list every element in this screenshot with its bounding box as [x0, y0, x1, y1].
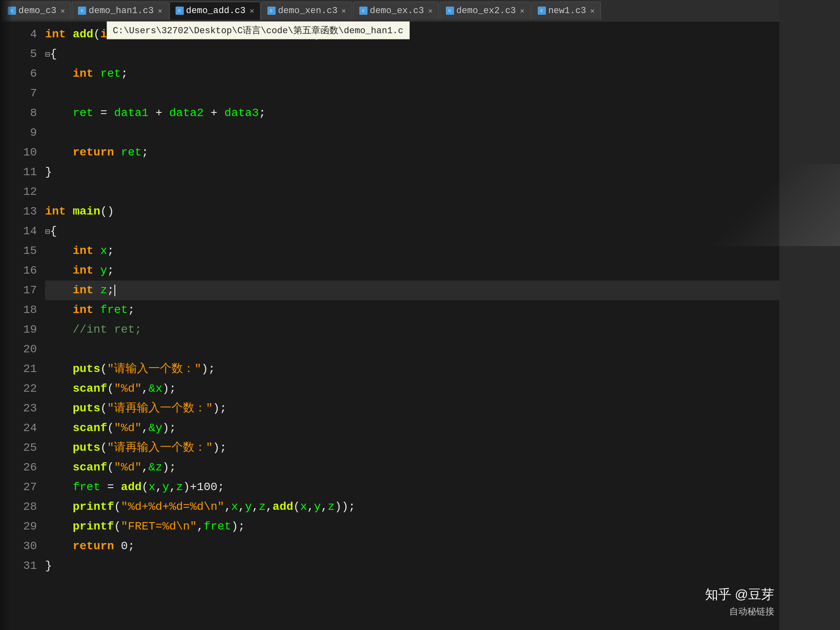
line-num-6: 6: [4, 64, 37, 84]
code-area: 4 5 6 7 8 9 10 11 12 13 14 15 16 17 18 1…: [0, 21, 779, 630]
line-num-28: 28: [4, 497, 37, 517]
line-num-23: 23: [4, 399, 37, 418]
line-num-30: 30: [4, 536, 37, 556]
code-line-7: [45, 84, 779, 103]
tab-demo-ex[interactable]: c demo_ex.c3 ✕: [353, 2, 439, 20]
line-num-18: 18: [4, 300, 37, 320]
tab-icon: c: [78, 7, 86, 15]
tab-label: demo_ex.c3: [370, 6, 424, 16]
tab-close-icon[interactable]: ✕: [428, 6, 433, 15]
tab-demo-c[interactable]: c demo_c3 ✕: [2, 2, 71, 20]
code-line-30: return 0;: [45, 536, 779, 556]
code-line-10: return ret;: [45, 143, 779, 162]
tab-label: new1.c3: [548, 6, 586, 16]
tab-label: demo_add.c3: [186, 6, 246, 16]
tab-icon: c: [176, 7, 184, 15]
code-content[interactable]: int add(int data1, int data2, int data3)…: [41, 25, 779, 630]
tab-close-icon[interactable]: ✕: [342, 6, 346, 15]
code-line-15: int x;: [45, 241, 779, 261]
line-num-16: 16: [4, 261, 37, 281]
line-num-19: 19: [4, 320, 37, 340]
line-num-26: 26: [4, 458, 37, 477]
code-line-13: int main(): [45, 202, 779, 221]
tab-close-icon[interactable]: ✕: [250, 6, 254, 15]
code-line-21: puts("请输入一个数：");: [45, 359, 779, 379]
line-num-8: 8: [4, 103, 37, 123]
code-line-11: }: [45, 162, 779, 182]
code-line-27: fret = add(x,y,z)+100;: [45, 477, 779, 497]
tab-demo-han1[interactable]: c demo_han1.c3 ✕: [72, 2, 168, 20]
tab-icon: c: [8, 7, 16, 15]
line-num-24: 24: [4, 418, 37, 438]
line-numbers: 4 5 6 7 8 9 10 11 12 13 14 15 16 17 18 1…: [0, 25, 41, 630]
line-num-12: 12: [4, 182, 37, 202]
code-line-23: puts("请再输入一个数：");: [45, 399, 779, 418]
tab-icon: c: [538, 7, 546, 15]
tab-demo-ex2[interactable]: c demo_ex2.c3 ✕: [440, 2, 531, 20]
code-line-24: scanf("%d",&y);: [45, 418, 779, 438]
code-line-20: [45, 340, 779, 359]
tab-close-icon[interactable]: ✕: [60, 6, 65, 15]
code-line-5: ⊟{: [45, 44, 779, 64]
line-num-17: 17: [4, 281, 37, 300]
tab-close-icon[interactable]: ✕: [590, 6, 595, 15]
filepath-tooltip: C:\Users\32702\Desktop\C语言\code\第五章函数\de…: [107, 21, 410, 39]
code-line-22: scanf("%d",&x);: [45, 379, 779, 399]
tab-demo-add[interactable]: c demo_add.c3 ✕: [169, 2, 260, 20]
tab-close-icon[interactable]: ✕: [520, 6, 525, 15]
line-num-5: 5: [4, 44, 37, 64]
line-num-31: 31: [4, 556, 37, 576]
line-num-27: 27: [4, 477, 37, 497]
line-num-15: 15: [4, 241, 37, 261]
tab-icon: c: [446, 7, 454, 15]
line-num-14: 14: [4, 221, 37, 241]
tab-label: demo_ex2.c3: [457, 6, 516, 16]
line-num-29: 29: [4, 517, 37, 536]
code-line-26: scanf("%d",&z);: [45, 458, 779, 477]
code-line-8: ret = data1 + data2 + data3;: [45, 103, 779, 123]
watermark: 知乎 @豆芽 自动秘链接: [705, 586, 774, 618]
line-num-9: 9: [4, 123, 37, 143]
line-num-7: 7: [4, 84, 37, 103]
code-line-6: int ret;: [45, 64, 779, 84]
code-line-9: [45, 123, 779, 143]
line-num-11: 11: [4, 162, 37, 182]
tab-new1[interactable]: c new1.c3 ✕: [532, 2, 601, 20]
right-panel: [779, 0, 840, 630]
tab-label: demo_xen.c3: [278, 6, 338, 16]
tab-close-icon[interactable]: ✕: [158, 6, 162, 15]
tab-icon: c: [267, 7, 276, 15]
code-line-28: printf("%d+%d+%d=%d\n",x,y,z,add(x,y,z))…: [45, 497, 779, 517]
code-line-29: printf("FRET=%d\n",fret);: [45, 517, 779, 536]
code-line-17: int z;: [45, 281, 779, 300]
code-line-12: [45, 182, 779, 202]
line-num-22: 22: [4, 379, 37, 399]
code-line-18: int fret;: [45, 300, 779, 320]
watermark-sub: 自动秘链接: [705, 605, 774, 618]
line-num-20: 20: [4, 340, 37, 359]
line-num-4: 4: [4, 25, 37, 44]
line-num-25: 25: [4, 438, 37, 458]
tab-label: demo_c3: [18, 6, 56, 16]
code-line-25: puts("请再输入一个数：");: [45, 438, 779, 458]
tab-label: demo_han1.c3: [89, 6, 153, 16]
line-num-13: 13: [4, 202, 37, 221]
code-line-19: //int ret;: [45, 320, 779, 340]
code-line-16: int y;: [45, 261, 779, 281]
line-num-21: 21: [4, 359, 37, 379]
code-line-14: ⊟{: [45, 221, 779, 241]
code-line-31: }: [45, 556, 779, 576]
tab-bar: c demo_c3 ✕ c demo_han1.c3 ✕ c demo_add.…: [0, 0, 779, 21]
tab-icon: c: [359, 7, 368, 15]
line-num-10: 10: [4, 143, 37, 162]
tab-demo-xen[interactable]: c demo_xen.c3 ✕: [261, 2, 352, 20]
watermark-main: 知乎 @豆芽: [705, 586, 774, 604]
